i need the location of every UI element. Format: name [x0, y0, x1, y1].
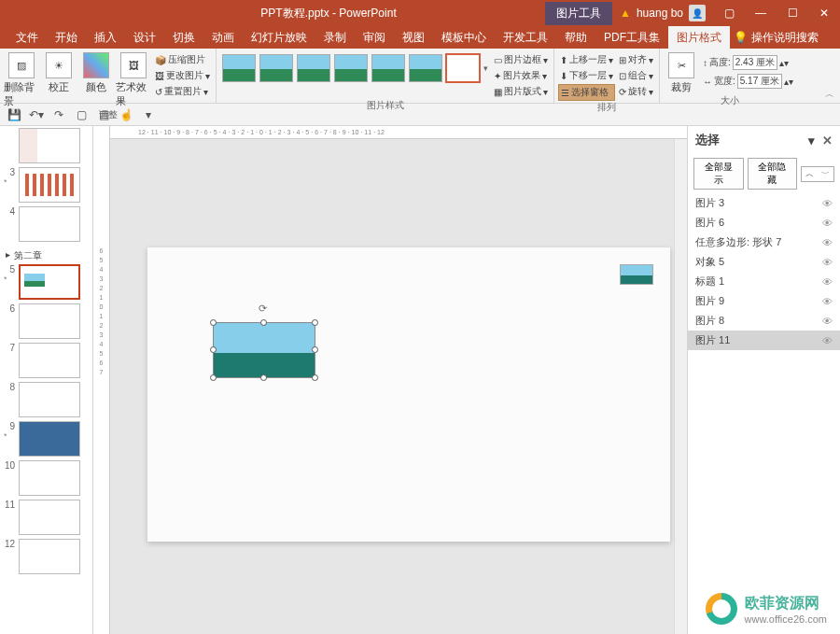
- tab-record[interactable]: 录制: [315, 26, 355, 49]
- tab-pdf[interactable]: PDF工具集: [595, 26, 668, 49]
- artistic-button[interactable]: 🖼艺术效果: [116, 50, 151, 108]
- tab-design[interactable]: 设计: [125, 26, 164, 49]
- selection-item-selected[interactable]: 图片 11👁: [688, 331, 840, 350]
- resize-handle[interactable]: [210, 346, 217, 353]
- close-button[interactable]: ✕: [808, 0, 840, 26]
- slide-thumbnails[interactable]: 3* 4 ▸第二章 5* 6 7 8 9* 10 11 12: [0, 126, 93, 634]
- resize-handle[interactable]: [260, 374, 267, 381]
- tab-transitions[interactable]: 切换: [164, 26, 203, 49]
- selection-item[interactable]: 任意多边形: 形状 7👁: [688, 232, 840, 252]
- slide-thumb[interactable]: [19, 460, 80, 496]
- visibility-icon[interactable]: 👁: [822, 257, 833, 268]
- reset-picture[interactable]: ↺ 重置图片 ▾: [153, 84, 212, 99]
- account-area[interactable]: ▲ huang bo 👤: [612, 5, 713, 21]
- resize-handle[interactable]: [312, 319, 318, 326]
- style-thumb[interactable]: [222, 54, 256, 82]
- style-thumb[interactable]: [371, 54, 405, 82]
- tab-developer[interactable]: 开发工具: [495, 26, 556, 49]
- selection-item[interactable]: 图片 6👁: [688, 213, 840, 232]
- corrections-button[interactable]: ☀校正: [41, 50, 77, 94]
- tab-view[interactable]: 视图: [394, 26, 433, 49]
- align-button[interactable]: ⊞ 对齐 ▾: [617, 52, 655, 67]
- tab-insert[interactable]: 插入: [86, 26, 125, 49]
- bring-forward[interactable]: ⬆ 上移一层 ▾: [558, 52, 615, 67]
- section-header[interactable]: ▸第二章: [4, 246, 89, 264]
- move-down-icon[interactable]: ﹀: [818, 167, 833, 181]
- style-thumb[interactable]: [334, 54, 368, 82]
- selection-pane-button[interactable]: ☰ 选择窗格: [558, 84, 615, 101]
- picture-small[interactable]: [620, 264, 653, 285]
- selection-item[interactable]: 对象 5👁: [688, 252, 840, 272]
- ribbon-display-button[interactable]: ▢: [713, 0, 745, 26]
- slide-thumb[interactable]: [19, 206, 80, 242]
- slide-thumb[interactable]: [19, 382, 80, 417]
- tab-help[interactable]: 帮助: [556, 26, 595, 49]
- tab-picture-format[interactable]: 图片格式: [668, 26, 730, 49]
- selection-item[interactable]: 图片 8👁: [688, 311, 840, 331]
- visibility-icon[interactable]: 👁: [822, 276, 833, 288]
- move-up-icon[interactable]: ︿: [802, 167, 818, 181]
- visibility-icon[interactable]: 👁: [822, 198, 833, 209]
- picture-styles-gallery[interactable]: ▾: [220, 50, 490, 86]
- style-thumb-selected[interactable]: [446, 54, 480, 82]
- tab-templates[interactable]: 模板中心: [433, 26, 495, 49]
- picture-border[interactable]: ▭ 图片边框 ▾: [492, 52, 550, 67]
- resize-handle[interactable]: [312, 346, 318, 353]
- visibility-icon[interactable]: 👁: [822, 296, 833, 307]
- tab-home[interactable]: 开始: [47, 26, 86, 49]
- slide-thumb[interactable]: [19, 500, 80, 535]
- collapse-ribbon-icon[interactable]: ︿: [825, 88, 834, 101]
- selection-item[interactable]: 标题 1👁: [688, 272, 840, 291]
- height-input[interactable]: ↕ 高度: 2.43 厘米 ▴▾: [701, 54, 795, 71]
- slide-thumb[interactable]: [19, 421, 80, 457]
- selection-item[interactable]: 图片 9👁: [688, 291, 840, 311]
- resize-handle[interactable]: [260, 319, 267, 326]
- send-backward[interactable]: ⬇ 下移一层 ▾: [558, 68, 615, 83]
- slide-thumb[interactable]: [19, 128, 80, 163]
- picture-effects[interactable]: ✦ 图片效果 ▾: [492, 68, 550, 83]
- resize-handle[interactable]: [312, 374, 318, 381]
- visibility-icon[interactable]: 👁: [822, 316, 833, 327]
- vertical-scrollbar[interactable]: [674, 126, 687, 634]
- tab-review[interactable]: 审阅: [355, 26, 394, 49]
- pane-dropdown-icon[interactable]: ▾: [808, 134, 815, 148]
- remove-bg-button[interactable]: ▨删除背景: [4, 50, 39, 108]
- resize-handle[interactable]: [210, 374, 217, 381]
- color-button[interactable]: 颜色: [78, 50, 114, 94]
- minimize-button[interactable]: —: [745, 0, 777, 26]
- tab-file[interactable]: 文件: [7, 26, 47, 49]
- selection-pane: 选择 ▾ ✕ 全部显示 全部隐藏 ︿﹀ 图片 3👁 图片 6👁 任意多边形: 形…: [687, 126, 840, 634]
- rotate-button[interactable]: ⟳ 旋转 ▾: [617, 84, 655, 99]
- selection-item[interactable]: 图片 3👁: [688, 193, 840, 213]
- pane-close-icon[interactable]: ✕: [822, 134, 833, 148]
- style-thumb[interactable]: [259, 54, 293, 82]
- tab-slideshow[interactable]: 幻灯片放映: [243, 26, 315, 49]
- rotate-handle-icon[interactable]: ⟳: [259, 303, 267, 315]
- visibility-icon[interactable]: 👁: [822, 237, 833, 248]
- slide-thumb[interactable]: [19, 303, 80, 339]
- show-all-button[interactable]: 全部显示: [693, 158, 744, 190]
- hide-all-button[interactable]: 全部隐藏: [748, 158, 798, 190]
- slide-thumb[interactable]: [19, 167, 80, 203]
- tab-animations[interactable]: 动画: [203, 26, 243, 49]
- ribbon-tabs: 文件 开始 插入 设计 切换 动画 幻灯片放映 录制 审阅 视图 模板中心 开发…: [0, 26, 840, 49]
- slide-thumb[interactable]: [19, 539, 80, 574]
- picture-selected[interactable]: ⟳: [213, 322, 315, 378]
- slide-thumb[interactable]: [19, 343, 80, 378]
- visibility-icon[interactable]: 👁: [822, 218, 833, 229]
- group-arrange: ⬆ 上移一层 ▾ ⬇ 下移一层 ▾ ☰ 选择窗格 ⊞ 对齐 ▾ ⊡ 组合 ▾ ⟳…: [554, 49, 660, 103]
- slide-canvas[interactable]: ⟳: [147, 247, 670, 542]
- resize-handle[interactable]: [210, 319, 217, 326]
- tell-me[interactable]: 💡操作说明搜索: [734, 30, 819, 46]
- change-picture[interactable]: 🖼 更改图片 ▾: [153, 68, 212, 83]
- width-input[interactable]: ↔ 宽度: 5.17 厘米 ▴▾: [701, 73, 795, 90]
- slide-thumb-current[interactable]: [19, 264, 80, 300]
- visibility-icon[interactable]: 👁: [822, 335, 833, 346]
- style-thumb[interactable]: [297, 54, 330, 82]
- crop-button[interactable]: ✂裁剪: [664, 50, 699, 94]
- compress-picture[interactable]: 📦 压缩图片: [153, 52, 212, 67]
- group-button[interactable]: ⊡ 组合 ▾: [617, 68, 655, 83]
- style-thumb[interactable]: [409, 54, 442, 82]
- maximize-button[interactable]: ☐: [777, 0, 808, 26]
- picture-layout[interactable]: ▦ 图片版式 ▾: [492, 84, 550, 99]
